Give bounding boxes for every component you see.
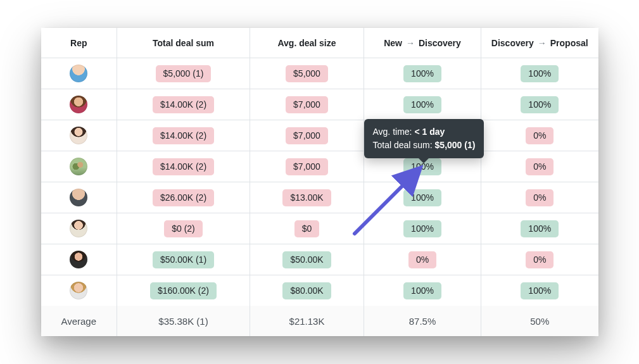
- header-stage-new-discovery[interactable]: New → Discovery: [364, 28, 481, 58]
- report-card: Rep Total deal sum Avg. deal size New → …: [41, 28, 598, 337]
- table-header-row: Rep Total deal sum Avg. deal size New → …: [41, 28, 598, 58]
- stage2-conversion-pill[interactable]: 100%: [521, 220, 559, 237]
- stage1-conversion-pill[interactable]: 100%: [403, 220, 441, 237]
- table-row: $50.00K (1)$50.00K0%0%: [41, 244, 598, 275]
- tooltip-avg-time-label: Avg. time:: [373, 127, 415, 137]
- conversion-table: Rep Total deal sum Avg. deal size New → …: [41, 28, 598, 337]
- footer-stage2: 50%: [530, 316, 549, 327]
- avatar[interactable]: [70, 158, 87, 175]
- tooltip-avg-time-value: < 1 day: [414, 127, 445, 137]
- header-total-deal-sum[interactable]: Total deal sum: [117, 28, 250, 58]
- avg-deal-size-pill[interactable]: $50.00K: [282, 251, 331, 268]
- table-row: $14.00K (2)$7,000100%0%: [41, 120, 598, 151]
- avg-deal-size-pill[interactable]: $13.00K: [282, 189, 331, 206]
- stage1-conversion-pill[interactable]: 0%: [408, 251, 436, 268]
- tooltip-total-value: $5,000 (1): [435, 140, 476, 150]
- table-row: $5,000 (1)$5,000100%100%: [41, 58, 598, 89]
- total-deal-sum-pill[interactable]: $26.00K (2): [153, 189, 214, 206]
- arrow-right-icon: →: [406, 39, 415, 47]
- table-row: $14.00K (2)$7,000100%100%: [41, 89, 598, 120]
- stage2-conversion-pill[interactable]: 100%: [521, 282, 559, 299]
- footer-avg: $21.13K: [289, 316, 325, 327]
- avg-deal-size-pill[interactable]: $7,000: [286, 158, 328, 175]
- footer-total: $35.38K (1): [158, 316, 208, 327]
- stage2-conversion-pill[interactable]: 0%: [526, 158, 554, 175]
- footer-label: Average: [61, 316, 96, 327]
- stage-to-label: Discovery: [419, 38, 461, 48]
- tooltip-total-label: Total deal sum:: [373, 140, 435, 150]
- stage2-conversion-pill[interactable]: 100%: [521, 96, 559, 113]
- table-footer-row: Average $35.38K (1) $21.13K 87.5% 50%: [41, 306, 598, 336]
- total-deal-sum-pill[interactable]: $14.00K (2): [153, 158, 214, 175]
- total-deal-sum-pill[interactable]: $0 (2): [164, 220, 203, 237]
- avg-deal-size-pill[interactable]: $80.00K: [282, 282, 331, 299]
- stage-from-label: New: [384, 38, 402, 48]
- stage-from-label: Discovery: [491, 38, 534, 48]
- stage2-conversion-pill[interactable]: 0%: [526, 189, 554, 206]
- stage1-conversion-pill[interactable]: 100%: [403, 96, 441, 113]
- footer-stage1: 87.5%: [409, 316, 436, 327]
- stage2-conversion-pill[interactable]: 0%: [526, 251, 554, 268]
- header-rep[interactable]: Rep: [41, 28, 117, 58]
- table-row: $0 (2)$0100%100%: [41, 213, 598, 244]
- avatar[interactable]: [70, 251, 87, 268]
- stage2-conversion-pill[interactable]: 0%: [526, 127, 554, 144]
- stage1-conversion-pill[interactable]: 100%: [403, 65, 441, 82]
- avatar[interactable]: [70, 282, 87, 299]
- avg-deal-size-pill[interactable]: $7,000: [286, 96, 328, 113]
- total-deal-sum-pill[interactable]: $160.00K (2): [150, 282, 217, 299]
- avg-deal-size-pill[interactable]: $5,000: [286, 65, 328, 82]
- arrow-right-icon: →: [538, 39, 547, 47]
- stage1-conversion-pill[interactable]: 100%: [403, 189, 441, 206]
- total-deal-sum-pill[interactable]: $14.00K (2): [153, 96, 214, 113]
- total-deal-sum-pill[interactable]: $14.00K (2): [153, 127, 214, 144]
- avatar[interactable]: [70, 189, 87, 206]
- avg-deal-size-pill[interactable]: $0: [294, 220, 320, 237]
- avatar[interactable]: [70, 127, 87, 144]
- avatar[interactable]: [70, 96, 87, 113]
- avg-deal-size-pill[interactable]: $7,000: [286, 127, 328, 144]
- table-row: $26.00K (2)$13.00K100%0%: [41, 182, 598, 213]
- total-deal-sum-pill[interactable]: $50.00K (1): [153, 251, 214, 268]
- avatar[interactable]: [70, 65, 87, 82]
- table-row: $14.00K (2)$7,000100%0%: [41, 151, 598, 182]
- header-avg-deal-size[interactable]: Avg. deal size: [250, 28, 364, 58]
- stage-to-label: Proposal: [550, 38, 588, 48]
- avatar[interactable]: [70, 220, 87, 237]
- cell-tooltip: Avg. time: < 1 day Total deal sum: $5,00…: [364, 119, 484, 158]
- table-row: $160.00K (2)$80.00K100%100%: [41, 275, 598, 306]
- stage1-conversion-pill[interactable]: 100%: [403, 282, 441, 299]
- stage2-conversion-pill[interactable]: 100%: [521, 65, 559, 82]
- header-stage-discovery-proposal[interactable]: Discovery → Proposal: [481, 28, 598, 58]
- total-deal-sum-pill[interactable]: $5,000 (1): [156, 65, 212, 82]
